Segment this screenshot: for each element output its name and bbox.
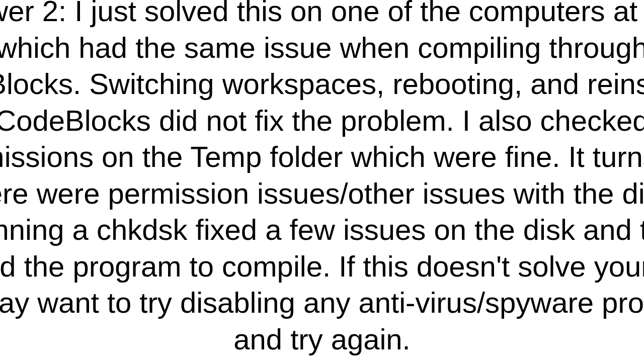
text-viewport: Answer 2: I just solved this on one of t… [0,0,644,362]
answer-body-text: Answer 2: I just solved this on one of t… [0,0,644,357]
